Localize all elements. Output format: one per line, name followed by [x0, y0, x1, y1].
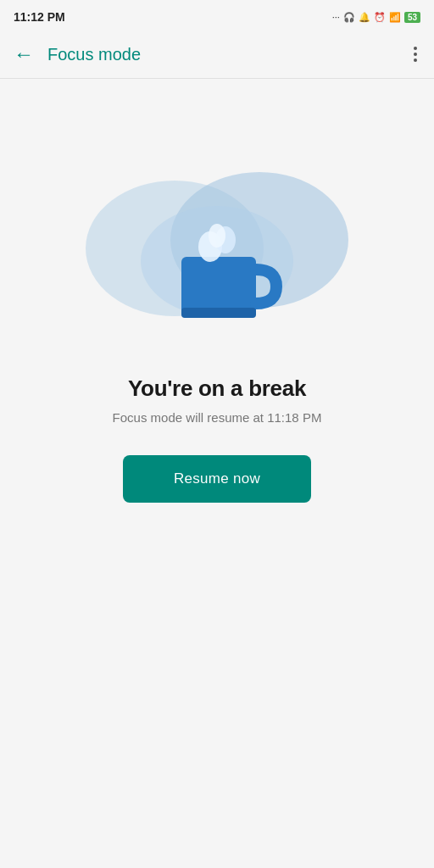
svg-rect-4	[181, 308, 256, 318]
back-button[interactable]: ←	[14, 42, 34, 66]
app-bar: ← Focus mode	[0, 31, 434, 78]
text-section: You're on a break Focus mode will resume…	[113, 376, 322, 425]
more-options-button[interactable]	[410, 43, 420, 65]
status-bar: 11:12 PM ··· 🎧 🔔 ⏰ 📶 53	[0, 0, 434, 31]
headphone-icon: 🎧	[343, 12, 355, 23]
break-illustration	[81, 130, 353, 342]
battery-indicator: 53	[404, 12, 420, 23]
page-title: Focus mode	[47, 45, 410, 64]
alarm-icon: ⏰	[374, 12, 386, 23]
illustration-container	[81, 130, 353, 342]
status-icons: ··· 🎧 🔔 ⏰ 📶 53	[332, 12, 420, 23]
main-content: You're on a break Focus mode will resume…	[0, 79, 434, 842]
status-time: 11:12 PM	[14, 10, 65, 24]
signal-dots-icon: ···	[332, 12, 340, 22]
menu-dot-2	[414, 53, 417, 56]
menu-dot-1	[414, 47, 417, 50]
signal-bar-icon: 📶	[389, 12, 401, 23]
notification-icon: 🔔	[359, 12, 370, 23]
break-title: You're on a break	[113, 376, 322, 402]
svg-point-7	[209, 224, 225, 248]
menu-dot-3	[414, 58, 417, 62]
resume-now-button[interactable]: Resume now	[123, 455, 311, 503]
break-subtitle: Focus mode will resume at 11:18 PM	[113, 410, 322, 425]
